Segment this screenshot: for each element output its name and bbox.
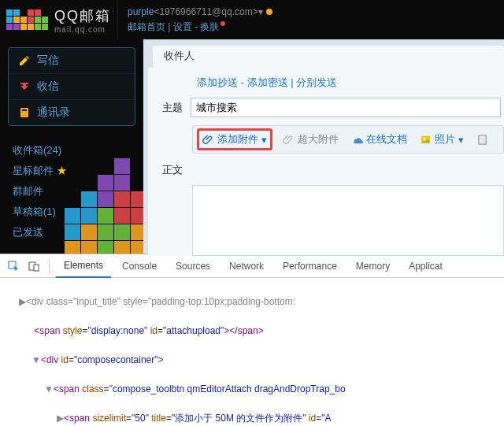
more-toolbar-button[interactable] [476, 134, 488, 146]
document-icon [476, 134, 488, 146]
body-label: 正文 [154, 163, 191, 177]
compose-toolbar: 添加附件 ▾ 超大附件 在线文档 照片 ▾ [192, 125, 504, 154]
subject-input[interactable] [191, 98, 501, 117]
nav-receive-label: 收信 [37, 80, 59, 94]
svg-point-3 [423, 138, 425, 140]
tetris-logo [6, 9, 48, 30]
cloud-doc-icon [351, 134, 363, 146]
user-email: <1976966711@qq.com> [154, 6, 258, 17]
paperclip-large-icon [283, 134, 295, 146]
svg-rect-0 [20, 108, 28, 117]
body-editor[interactable] [192, 185, 504, 256]
nav-compose-label: 写信 [37, 54, 59, 68]
devtools-tab-performance[interactable]: Performance [275, 254, 345, 278]
brand-subtitle: mail.qq.com [54, 25, 111, 34]
inspect-icon[interactable] [5, 257, 22, 275]
link-mail-home[interactable]: 邮箱首页 [128, 21, 165, 32]
nav-contacts-label: 通讯录 [37, 106, 70, 120]
device-icon[interactable] [25, 257, 43, 275]
status-dot-icon [266, 9, 272, 15]
brand-title: QQ邮箱 [54, 6, 111, 25]
devtools-dom-tree[interactable]: ▶<div class="input_title" style="padding… [0, 278, 504, 426]
devtools-tab-console[interactable]: Console [114, 254, 165, 278]
link-add-cc[interactable]: 添加抄送 [197, 76, 238, 88]
attach-button[interactable]: 添加附件 ▾ [202, 132, 267, 146]
big-attach-button[interactable]: 超大附件 [283, 132, 339, 146]
subject-label: 主题 [154, 101, 191, 115]
inbox-icon [18, 80, 31, 93]
nav-contacts[interactable]: 通讯录 [9, 100, 135, 125]
nav-receive[interactable]: 收信 [9, 74, 135, 100]
tetris-decoration [65, 158, 143, 254]
devtools-tab-elements[interactable]: Elements [56, 254, 111, 278]
link-add-bcc[interactable]: 添加密送 [247, 76, 288, 88]
link-send-separate[interactable]: 分别发送 [296, 76, 337, 88]
svg-rect-7 [34, 265, 39, 271]
new-badge-icon [220, 21, 225, 26]
nav-compose[interactable]: 写信 [9, 48, 135, 74]
contacts-icon [18, 106, 31, 119]
tab-recipient[interactable]: 收件人 [153, 46, 504, 68]
link-settings[interactable]: 设置 [173, 21, 192, 32]
devtools-tab-memory[interactable]: Memory [348, 254, 398, 278]
photo-button[interactable]: 照片 ▾ [420, 132, 464, 146]
devtools-tab-application[interactable]: Applicat [401, 254, 450, 278]
paperclip-icon [202, 134, 214, 146]
svg-rect-1 [22, 109, 27, 111]
devtools-tab-sources[interactable]: Sources [168, 254, 218, 278]
pencil-icon [18, 54, 31, 67]
svg-rect-4 [479, 135, 486, 143]
link-skin[interactable]: 换肤 [200, 21, 219, 32]
user-name: purple [128, 6, 154, 17]
photo-icon [420, 134, 432, 146]
online-doc-button[interactable]: 在线文档 [351, 132, 407, 146]
devtools-tab-network[interactable]: Network [221, 254, 272, 278]
